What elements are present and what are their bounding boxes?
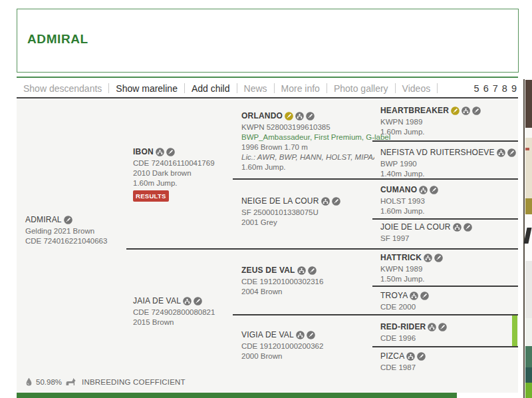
inbreeding-row: 50.98% INBREEDING COEFFICIENT [25, 377, 186, 386]
pedigree-tree-icon[interactable] [462, 106, 470, 115]
pedigree-tree-icon[interactable] [419, 186, 428, 194]
premium-labels: BWP_Ambassadeur, First Premium, G-label [241, 132, 374, 142]
menu-item-add-child[interactable]: Add child [185, 83, 237, 94]
license-list: Lic.: AWR, BWP, HANN, HOLST, MIPAAF, OS,… [241, 152, 374, 162]
pedigree-cell-ibon: IBON CDE 724016110041769 2010 Dark brown… [133, 146, 236, 202]
pedigree-cell-vigia-de-val: VIGIA DE VAL CDE 191201000200362 2000 Br… [241, 329, 374, 361]
pedigree-tree-icon[interactable] [183, 297, 192, 305]
horse-name-link[interactable]: HEARTBREAKER [380, 106, 449, 116]
generation-6-link[interactable]: 6 [483, 83, 489, 94]
edit-icon[interactable] [472, 106, 481, 115]
pedigree-tree-icon[interactable] [156, 148, 164, 156]
horse-name-link[interactable]: ORLANDO [241, 111, 283, 121]
edit-icon[interactable] [417, 352, 426, 361]
edit-icon[interactable] [307, 331, 315, 339]
inbreeding-label: INBREEDING COEFFICIENT [82, 378, 186, 386]
edit-icon[interactable] [308, 266, 317, 275]
registration-number: CDE 191201000302316 [241, 277, 374, 287]
horse-name-link[interactable]: ZEUS DE VAL [241, 266, 295, 276]
sport-level: 1.60m Jump. [380, 206, 517, 216]
edit-icon[interactable] [507, 148, 516, 157]
sport-level: 1.60m Jump. [380, 127, 517, 137]
horse-name-link[interactable]: IBON [133, 147, 154, 157]
birth-info: 2015 Brown [133, 317, 236, 327]
pedigree-page: ADMIRAL Show descendants Show mareline A… [0, 0, 532, 398]
pedigree-table: ADMIRAL Gelding 2021 Brown CDE 724016221… [17, 100, 518, 393]
pedigree-cell-heartbreaker: HEARTBREAKER KWPN 1989 1.60m Jump. [380, 105, 517, 137]
menu-item-photo-gallery[interactable]: Photo gallery [327, 83, 395, 94]
inbreeding-value: 50.98% [36, 378, 62, 386]
edit-icon[interactable] [166, 148, 175, 156]
generation-selector: 5 6 7 8 9 [470, 83, 517, 94]
edit-icon[interactable] [64, 216, 72, 224]
menu-item-show-descendants[interactable]: Show descendants [17, 83, 108, 94]
generation-5-link[interactable]: 5 [474, 83, 479, 94]
horse-name-link[interactable]: PIZCA [380, 351, 404, 361]
horse-name-link[interactable]: NEFISTA VD RUITERSHOEVE [380, 148, 495, 158]
edit-gold-icon[interactable] [285, 112, 293, 120]
birth-info: 2010 Dark brown [133, 168, 236, 178]
registration-number: CDE 724016110041769 [133, 158, 236, 168]
pedigree-tree-icon[interactable] [295, 112, 304, 120]
edit-icon[interactable] [420, 292, 429, 300]
pedigree-divider [233, 314, 518, 315]
registration-number: SF 25000101338075U [241, 208, 374, 218]
edit-icon[interactable] [332, 197, 340, 206]
registration-number: CDE 724016221040663 [25, 236, 125, 246]
results-badge[interactable]: RESULTS [133, 190, 169, 202]
edit-icon[interactable] [438, 323, 447, 331]
pedigree-tree-icon[interactable] [424, 254, 432, 262]
pedigree-tree-icon[interactable] [321, 197, 330, 206]
registration-number: KWPN 1989 [380, 264, 517, 274]
pedigree-cell-red-rider: RED-RIDER CDE 1996 [380, 321, 512, 343]
pedigree-cell-hattrick: HATTRICK KWPN 1989 1.50m Jump. [380, 252, 517, 284]
green-divider [17, 77, 518, 78]
birth-info: 1996 Brown 1.70 m [241, 142, 374, 152]
menu-item-more-info[interactable]: More info [275, 83, 327, 94]
pedigree-tree-icon[interactable] [453, 223, 462, 232]
edit-icon[interactable] [430, 186, 438, 194]
menu-item-news[interactable]: News [237, 83, 274, 94]
horse-name-link[interactable]: HATTRICK [380, 253, 422, 263]
horse-name-link[interactable]: JAIA DE VAL [133, 296, 181, 306]
generation-9-link[interactable]: 9 [511, 83, 517, 94]
pedigree-cell-admiral: ADMIRAL Gelding 2021 Brown CDE 724016221… [25, 214, 125, 246]
menu-item-videos[interactable]: Videos [396, 83, 438, 94]
horse-name-link[interactable]: RED-RIDER [380, 322, 426, 332]
birth-info: 2004 Brown [241, 287, 374, 297]
horse-name-link[interactable]: TROYA [380, 291, 408, 301]
pedigree-divider [372, 286, 518, 287]
registration-number: KWPN 528003199610385 [241, 122, 374, 132]
horse-name-link[interactable]: ADMIRAL [25, 215, 62, 225]
registration-number: CDE 724902800080821 [133, 307, 236, 317]
horse-name-link[interactable]: VIGIA DE VAL [241, 330, 294, 340]
edit-icon[interactable] [434, 254, 443, 262]
pedigree-cell-zeus-de-val: ZEUS DE VAL CDE 191201000302316 2004 Bro… [241, 265, 374, 297]
pedigree-cell-pizca: PIZCA CDE 1987 [380, 351, 517, 373]
blood-drop-icon [25, 377, 33, 386]
edit-icon[interactable] [306, 112, 315, 120]
registration-number: CDE 191201000200362 [241, 341, 374, 351]
pedigree-tree-icon[interactable] [410, 292, 418, 300]
horse-name-link[interactable]: NEIGE DE LA COUR [241, 196, 319, 206]
registration-number: CDE 1996 [380, 333, 512, 343]
generation-8-link[interactable]: 8 [502, 83, 507, 94]
registration-number: CDE 2000 [380, 302, 517, 312]
pedigree-divider [372, 346, 518, 347]
birth-info: 2001 Grey [241, 218, 374, 228]
pedigree-tree-icon[interactable] [297, 266, 306, 275]
pedigree-tree-icon[interactable] [497, 148, 505, 157]
edit-icon[interactable] [194, 297, 202, 305]
edit-gold-icon[interactable] [451, 106, 460, 115]
pedigree-divider [372, 140, 518, 142]
generation-7-link[interactable]: 7 [493, 83, 498, 94]
edit-icon[interactable] [464, 223, 472, 232]
sport-level: 1.60m Jump. [133, 178, 236, 188]
pedigree-tree-icon[interactable] [428, 323, 436, 331]
registration-number: HOLST 1993 [380, 196, 517, 206]
pedigree-tree-icon[interactable] [406, 352, 415, 361]
horse-name-link[interactable]: JOIE DE LA COUR [380, 222, 451, 232]
horse-name-link[interactable]: CUMANO [380, 185, 417, 195]
pedigree-tree-icon[interactable] [296, 331, 305, 339]
menu-item-show-mareline[interactable]: Show mareline [109, 83, 184, 94]
